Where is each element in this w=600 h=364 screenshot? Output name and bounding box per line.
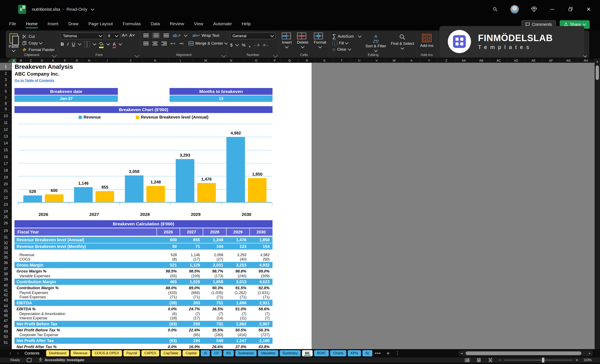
row-header-22[interactable]: 22	[0, 194, 12, 201]
normal-view-button[interactable]	[464, 358, 470, 362]
decrease-decimal-button[interactable]: .0→	[262, 43, 268, 47]
format-cells-button[interactable]: Format	[314, 33, 326, 53]
row-header-12[interactable]: 12	[0, 126, 12, 133]
premium-diamond-icon[interactable]	[531, 6, 537, 12]
row-header-51[interactable]: 51	[0, 340, 12, 346]
sheet-tab-contents[interactable]: Contents	[22, 350, 42, 356]
row-header-20[interactable]: 20	[0, 181, 12, 188]
fill-color-button[interactable]	[99, 42, 103, 47]
column-header-R[interactable]: R	[298, 58, 316, 63]
vertical-scroll-thumb[interactable]	[596, 65, 599, 80]
increase-font-icon[interactable]: A˄	[122, 33, 128, 39]
menu-tab-data[interactable]: Data	[150, 20, 160, 28]
close-button[interactable]: ✕	[586, 6, 592, 12]
column-headers[interactable]: ABCDEFGHIJKLMNOPQRSTUVWXYZAAABACADAEAFAG…	[0, 58, 595, 63]
search-icon[interactable]	[492, 6, 498, 12]
align-bottom-icon[interactable]	[164, 34, 169, 37]
row-header-11[interactable]: 11	[0, 119, 12, 126]
paste-button[interactable]: Paste	[9, 33, 19, 53]
vertical-scrollbar[interactable]: ▲	[595, 58, 600, 349]
sheet-tab-payroll[interactable]: Payroll	[123, 350, 140, 356]
chevron-down-icon[interactable]	[235, 43, 239, 46]
sheet-tab-cf[interactable]: CF	[211, 350, 222, 356]
row-header-45[interactable]: 45	[0, 309, 12, 313]
chevron-down-icon[interactable]	[119, 42, 122, 46]
column-header-G[interactable]: G	[71, 58, 83, 63]
menu-tab-view[interactable]: View	[194, 20, 204, 28]
sheet-tab-is[interactable]: IS	[201, 350, 210, 356]
column-header-E[interactable]: E	[48, 58, 59, 63]
row-header-8[interactable]: 8	[0, 102, 12, 106]
row-header-1[interactable]: 1	[0, 63, 12, 71]
page-break-view-button[interactable]	[487, 358, 494, 362]
row-header-21[interactable]: 21	[0, 188, 12, 194]
zoom-knob[interactable]	[542, 358, 544, 363]
restore-button[interactable]	[567, 6, 573, 12]
row-header-17[interactable]: 17	[0, 160, 12, 167]
comma-format-button[interactable]: ,	[249, 42, 250, 48]
align-middle-icon[interactable]	[152, 33, 160, 38]
column-header-AE[interactable]: AE	[525, 58, 542, 63]
chevron-down-icon[interactable]	[93, 42, 96, 46]
tabs-scroll-right-icon[interactable]: ›	[17, 351, 19, 356]
column-header-I[interactable]: I	[96, 58, 119, 63]
column-header-W[interactable]: W	[385, 58, 403, 63]
sheet-tab-roic[interactable]: ROIC	[314, 350, 329, 356]
insert-cells-button[interactable]: Insert	[282, 33, 292, 53]
sheet-tab-revenue[interactable]: Revenue	[71, 350, 90, 356]
align-left-icon[interactable]	[143, 42, 149, 45]
zoom-in-icon[interactable]: +	[575, 357, 578, 363]
copy-button[interactable]: Copy	[22, 40, 55, 46]
currency-format-button[interactable]: $	[230, 43, 233, 47]
autosum-button[interactable]: ∑ AutoSum	[332, 33, 361, 39]
column-header-Y[interactable]: Y	[420, 58, 438, 63]
worksheet[interactable]: Breakeven Analysis ABC Company Inc. Go t…	[12, 63, 312, 349]
column-header-L[interactable]: L	[168, 58, 193, 63]
sheet-tab-bs[interactable]: BS	[223, 350, 234, 356]
tabs-scroll-left-icon[interactable]: ‹	[9, 351, 11, 356]
cut-button[interactable]: Cut	[22, 34, 55, 39]
fill-button[interactable]: ↓ Fill	[332, 41, 361, 46]
column-header-B[interactable]: B	[16, 58, 25, 63]
column-header-S[interactable]: S	[316, 58, 333, 63]
align-center-icon[interactable]	[152, 42, 158, 45]
column-header-O[interactable]: O	[244, 58, 269, 63]
decrease-indent-icon[interactable]: ⇤≡	[170, 42, 175, 46]
row-header-37[interactable]: 37	[0, 266, 12, 272]
merge-center-button[interactable]: Merge & Center	[188, 41, 227, 46]
row-header-15[interactable]: 15	[0, 147, 12, 154]
orientation-icon[interactable]: ab↗	[173, 33, 181, 38]
scroll-right-icon[interactable]: ►	[587, 352, 593, 355]
sheet-tab-scenarios[interactable]: Scenarios	[235, 350, 257, 356]
chevron-down-icon[interactable]	[184, 33, 188, 36]
more-sheets-icon[interactable]: •••	[375, 351, 381, 356]
row-header-32[interactable]: 32	[0, 240, 12, 246]
column-header-AF[interactable]: AF	[542, 58, 560, 63]
row-header-9[interactable]: 9	[0, 106, 12, 113]
column-header-M[interactable]: M	[193, 58, 218, 63]
increase-indent-icon[interactable]: ⇥≡	[179, 42, 184, 46]
decrease-font-icon[interactable]: A˅	[129, 33, 135, 39]
wrap-text-button[interactable]: ab↩ Wrap Text	[192, 33, 219, 38]
delete-cells-button[interactable]: Delete	[297, 33, 309, 53]
row-header-36[interactable]: 36	[0, 260, 12, 266]
column-header-AB[interactable]: AB	[473, 58, 490, 63]
menu-tab-formulas[interactable]: Formulas	[122, 20, 141, 28]
row-header-25[interactable]: 25	[0, 215, 12, 219]
column-header-F[interactable]: F	[59, 58, 71, 63]
menu-tab-insert[interactable]: Insert	[47, 20, 59, 28]
menu-tab-file[interactable]: File	[9, 20, 17, 28]
row-header-31[interactable]: 31	[0, 235, 12, 240]
row-header-23[interactable]: 23	[0, 201, 12, 208]
column-header-AD[interactable]: AD	[507, 58, 525, 63]
sheet-tab-dashboard[interactable]: Dashboard	[46, 350, 69, 356]
sheet-tab-summary[interactable]: Summary	[280, 350, 301, 356]
sheet-tab-be[interactable]: BE	[302, 350, 313, 356]
bold-button[interactable]: B	[61, 42, 64, 47]
menu-tab-automate[interactable]: Automate	[213, 20, 232, 28]
row-header-38[interactable]: 38	[0, 272, 12, 276]
font-family-select[interactable]: Tahoma	[61, 33, 104, 39]
chevron-down-icon[interactable]	[91, 7, 94, 11]
column-header-A[interactable]: A	[11, 58, 17, 63]
row-header-49[interactable]: 49	[0, 329, 12, 334]
